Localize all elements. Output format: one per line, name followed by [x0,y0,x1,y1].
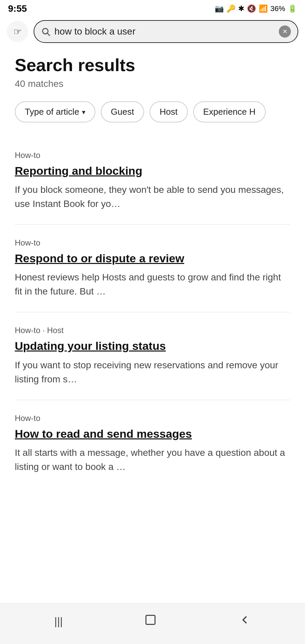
result-snippet-3: It all starts with a message, whether yo… [15,446,290,474]
result-category-2: How-to · Host [15,326,290,335]
filter-label: Type of article [25,107,79,117]
result-snippet-2: If you want to stop receiving new reserv… [15,358,290,386]
results-list: How-to Reporting and blocking If you blo… [15,137,290,487]
mute-icon: 🔇 [247,4,256,13]
search-icon [41,27,50,36]
result-category-1: How-to [15,238,290,248]
nav-recent-apps[interactable]: ||| [51,612,66,631]
filter-guest[interactable]: Guest [101,101,144,122]
filter-label: Experience H [203,107,256,117]
camera-icon: 📷 [215,4,224,13]
battery-icon: 🔋 [288,4,297,13]
result-snippet-0: If you block someone, they won't be able… [15,183,290,211]
status-bar: 9:55 📷 🔑 ✱ 🔇 📶 36% 🔋 [0,0,305,16]
filter-label: Host [160,107,177,117]
result-category-3: How-to [15,414,290,423]
bottom-navigation: ||| [0,603,305,644]
result-title-3: How to read and send messages [15,426,290,441]
result-item-0[interactable]: How-to Reporting and blocking If you blo… [15,137,290,225]
wifi-icon: 📶 [259,4,268,13]
svg-line-1 [47,33,49,35]
hand-icon: ☞ [13,26,22,37]
svg-rect-2 [146,615,155,625]
result-category-0: How-to [15,151,290,160]
main-content: Search results 40 matches Type of articl… [0,48,305,603]
filters-row: Type of article ▾ Guest Host Experience … [15,101,290,122]
chevron-down-icon: ▾ [82,108,85,116]
search-bar-row: ☞ ✕ [0,16,305,48]
result-item-1[interactable]: How-to Respond to or dispute a review Ho… [15,225,290,312]
home-icon [144,614,157,629]
status-time: 9:55 [8,3,27,14]
matches-count: 40 matches [15,78,290,89]
result-title-1: Respond to or dispute a review [15,251,290,266]
search-input[interactable] [54,26,275,37]
result-title-0: Reporting and blocking [15,163,290,178]
search-results-title: Search results [15,55,290,75]
status-icons: 📷 🔑 ✱ 🔇 📶 36% 🔋 [215,4,297,13]
nav-home[interactable] [141,610,160,632]
filter-type-of-article[interactable]: Type of article ▾ [15,101,95,122]
nav-back[interactable] [235,610,254,632]
filter-host[interactable]: Host [149,101,187,122]
result-item-2[interactable]: How-to · Host Updating your listing stat… [15,312,290,400]
clear-search-button[interactable]: ✕ [279,25,291,38]
filter-experience-h[interactable]: Experience H [193,101,266,122]
filter-label: Guest [111,107,134,117]
close-icon: ✕ [282,28,288,35]
recent-apps-icon: ||| [54,615,63,628]
search-input-wrapper[interactable]: ✕ [34,20,298,43]
result-item-3[interactable]: How-to How to read and send messages It … [15,400,290,487]
battery-indicator: 36% [270,4,285,13]
back-icon [238,614,251,629]
result-title-2: Updating your listing status [15,338,290,353]
result-snippet-1: Honest reviews help Hosts and guests to … [15,270,290,299]
bluetooth-icon: ✱ [238,4,244,13]
back-button[interactable]: ☞ [7,21,28,42]
vpn-icon: 🔑 [226,4,235,13]
